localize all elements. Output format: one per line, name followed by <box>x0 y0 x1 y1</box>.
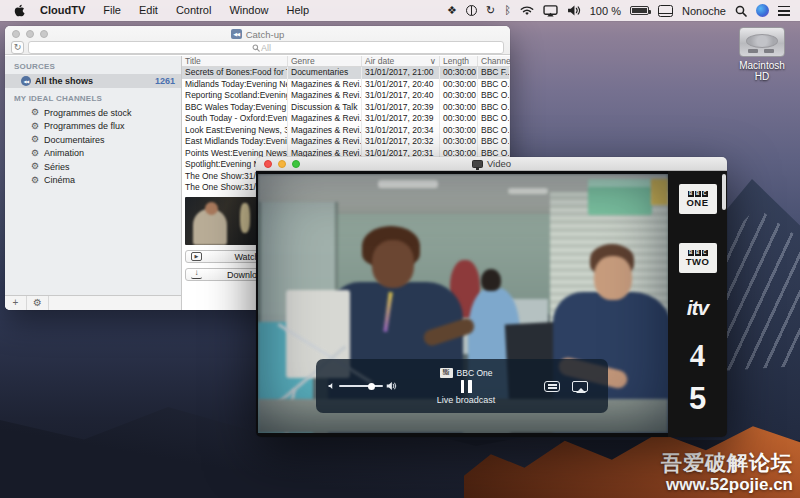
settings-button[interactable]: ⚙ <box>27 296 49 311</box>
channel-list: BBC ONE BBC TWO itv 4 5 <box>668 171 727 437</box>
gear-icon: ⚙ <box>31 135 39 144</box>
add-source-button[interactable]: + <box>5 296 27 311</box>
column-title[interactable]: Title <box>182 56 288 66</box>
table-row[interactable]: Reporting Scotland:Evening...Magazines &… <box>182 90 510 102</box>
battery-icon[interactable] <box>630 6 649 15</box>
airplay-icon[interactable] <box>543 5 558 17</box>
menu-edit[interactable]: Edit <box>130 0 167 21</box>
menu-control[interactable]: Control <box>167 0 220 21</box>
sort-desc-icon: ∨ <box>430 56 436 66</box>
catchup-app-icon: ◀◀ <box>231 29 242 39</box>
user-menu[interactable]: Nonoche <box>682 5 726 17</box>
hard-drive-icon <box>739 27 785 57</box>
menu-window[interactable]: Window <box>220 0 277 21</box>
disk-label: Macintosh HD <box>736 60 788 82</box>
volume-icon[interactable] <box>567 5 581 16</box>
desktop: CloudTV File Edit Control Window Help ❖ … <box>0 0 800 498</box>
channel-bbc-one[interactable]: BBC ONE <box>679 184 717 214</box>
notification-center-icon[interactable] <box>778 5 790 16</box>
column-channel[interactable]: Channel <box>478 56 510 66</box>
gear-icon: ⚙ <box>31 122 39 131</box>
pause-button[interactable] <box>461 380 472 393</box>
menu-file[interactable]: File <box>94 0 130 21</box>
gear-icon: ⚙ <box>31 176 39 185</box>
column-air-date[interactable]: Air date∨ <box>362 56 440 66</box>
gear-icon: ⚙ <box>31 149 39 158</box>
table-row[interactable]: Midlands Today:Evening New...Magazines &… <box>182 79 510 91</box>
sidebar-item-all-shows[interactable]: ◀◀ All the shows 1261 <box>5 74 181 88</box>
table-row[interactable]: South Today - Oxford:Evenin...Magazines … <box>182 113 510 125</box>
battery-percent[interactable]: 100 % <box>590 5 621 17</box>
sidebar-item-cinema[interactable]: ⚙Cinéma <box>5 174 181 188</box>
scrollbar[interactable] <box>722 174 726 210</box>
show-thumbnail <box>185 197 260 245</box>
menu-bar: CloudTV File Edit Control Window Help ❖ … <box>0 0 800 21</box>
menu-help[interactable]: Help <box>278 0 319 21</box>
channel-four[interactable]: 4 <box>690 340 706 371</box>
window-title: Video <box>256 158 727 169</box>
sync-icon[interactable]: ↻ <box>486 0 495 21</box>
subtitles-icon[interactable] <box>544 381 560 392</box>
channel-itv[interactable]: itv <box>687 296 709 320</box>
app-menu-cloudtv[interactable]: CloudTV <box>31 0 94 21</box>
volume-low-icon <box>328 382 336 390</box>
siri-icon[interactable] <box>756 4 769 17</box>
volume-slider[interactable] <box>316 381 408 391</box>
video-frame[interactable]: BBCONE BBC One Live broadcast <box>256 171 668 437</box>
column-genre[interactable]: Genre <box>288 56 362 66</box>
sources-header: SOURCES <box>5 56 181 74</box>
table-row[interactable]: BBC Wales Today:Evening Ne...Discussion … <box>182 102 510 114</box>
sidebar-item-programmes-de-flux[interactable]: ⚙Programmes de flux <box>5 120 181 134</box>
volume-high-icon <box>386 381 397 391</box>
spotlight-icon[interactable] <box>735 5 747 17</box>
sidebar-item-programmes-de-stock[interactable]: ⚙Programmes de stock <box>5 106 181 120</box>
input-menu-icon[interactable] <box>658 5 673 17</box>
bluetooth-icon[interactable]: ᛒ <box>504 0 511 21</box>
gear-icon: ⚙ <box>31 108 39 117</box>
channel-name: BBC One <box>457 368 493 378</box>
sidebar-item-documentaires[interactable]: ⚙Documentaires <box>5 133 181 147</box>
playback-controls: BBCONE BBC One Live broadcast <box>316 359 608 413</box>
watermark-line2: www.52pojie.cn <box>661 475 793 494</box>
ideal-channels-header: MY IDEAL CHANNELS <box>5 88 181 106</box>
broadcast-status: Live broadcast <box>437 395 496 405</box>
channel-five[interactable]: 5 <box>689 383 706 414</box>
dropbox-icon[interactable]: ❖ <box>447 0 457 21</box>
channel-logo-small: BBCONE <box>440 368 453 378</box>
channel-bbc-two[interactable]: BBC TWO <box>679 243 717 273</box>
gear-icon: ⚙ <box>31 162 39 171</box>
download-icon: ↓ <box>191 270 202 279</box>
window-title: ◀◀ Catch-up <box>5 29 510 40</box>
airplay-icon[interactable] <box>572 381 588 392</box>
apple-menu-icon[interactable] <box>14 4 25 17</box>
sidebar-item-animation[interactable]: ⚙Animation <box>5 147 181 161</box>
search-input[interactable] <box>28 41 504 54</box>
table-header: Title Genre Air date∨ Length Channel <box>182 56 510 67</box>
show-count-badge: 1261 <box>155 76 175 86</box>
volume-knob[interactable] <box>368 383 375 390</box>
rewind-icon: ◀◀ <box>21 76 31 86</box>
search-icon <box>252 44 260 52</box>
column-length[interactable]: Length <box>440 56 478 66</box>
refresh-button[interactable]: ↻ <box>11 41 24 54</box>
play-icon: ▶ <box>191 252 202 261</box>
wifi-icon[interactable] <box>520 5 534 16</box>
sidebar-item-series[interactable]: ⚙Séries <box>5 160 181 174</box>
table-row[interactable]: East Midlands Today:Evening...Magazines … <box>182 136 510 148</box>
watermark: 吾爱破解论坛 www.52pojie.cn <box>661 451 793 494</box>
watermark-line1: 吾爱破解论坛 <box>661 451 793 475</box>
video-window-icon <box>472 160 483 168</box>
table-row[interactable]: Secrets of Bones:Food for Th...Documenta… <box>182 67 510 79</box>
desktop-icon-macintosh-hd[interactable]: Macintosh HD <box>736 27 788 82</box>
sources-sidebar: SOURCES ◀◀ All the shows 1261 MY IDEAL C… <box>5 56 182 310</box>
table-row[interactable]: Look East:Evening News, 31/...Magazines … <box>182 125 510 137</box>
status-circle-icon[interactable] <box>466 5 477 16</box>
video-window: Video <box>256 157 727 437</box>
